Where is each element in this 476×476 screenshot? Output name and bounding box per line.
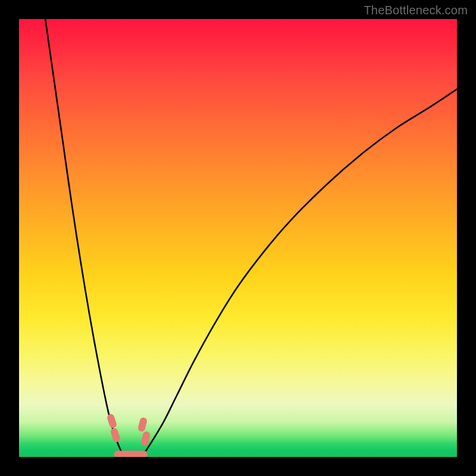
curve-layer (19, 19, 457, 457)
bottleneck-curve-left-branch (45, 19, 124, 457)
bottleneck-curve-right-branch (142, 89, 457, 457)
marker-right-top (137, 416, 148, 432)
marker-left-bottom (110, 427, 121, 443)
chart-frame: TheBottleneck.com (0, 0, 476, 476)
watermark-text: TheBottleneck.com (364, 4, 468, 17)
marker-left-top (107, 413, 118, 429)
marker-right-bottom (140, 431, 151, 446)
plot-area (19, 19, 457, 457)
